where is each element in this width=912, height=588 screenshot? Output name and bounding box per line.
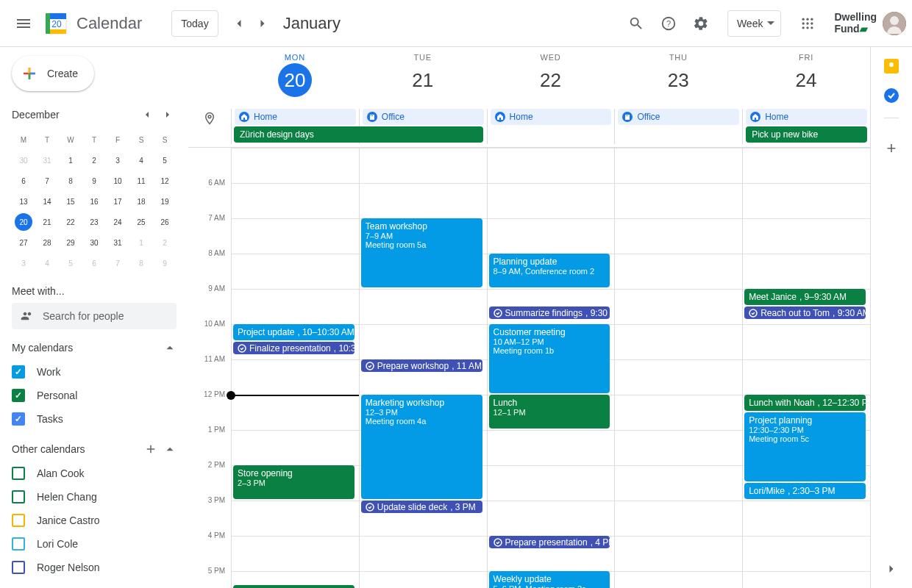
other-calendars-title[interactable]: Other calendars [12, 442, 177, 456]
calendar-item[interactable]: Work [12, 360, 177, 384]
calendar-event[interactable]: Project planning12:30–2:30 PMMeeting roo… [744, 412, 866, 481]
calendar-event[interactable]: Project update, 10–10:30 AM [233, 324, 355, 340]
view-selector[interactable]: Week [727, 10, 782, 37]
minical-day[interactable]: 16 [82, 191, 106, 212]
minical-day[interactable]: 29 [59, 232, 82, 253]
minical-day[interactable]: 26 [153, 212, 177, 232]
day-header[interactable]: MON20 [231, 47, 359, 109]
day-column[interactable]: Project update, 10–10:30 AMFinalize pres… [231, 148, 359, 588]
location-chip[interactable]: Office [618, 109, 739, 125]
next-period-button[interactable] [251, 12, 274, 35]
calendar-item[interactable]: Tasks [12, 407, 177, 431]
calendar-checkbox[interactable] [12, 467, 25, 480]
day-column[interactable]: Team workshop7–9 AMMeeting room 5aPrepar… [359, 148, 487, 588]
calendar-item[interactable]: Helen Chang [12, 485, 177, 509]
minical-day[interactable]: 10 [106, 171, 129, 191]
calendar-item[interactable]: Personal [12, 384, 177, 407]
allday-event[interactable]: Pick up new bike [746, 126, 867, 143]
minical-day[interactable]: 1 [59, 150, 82, 171]
minical-day[interactable]: 30 [82, 232, 106, 253]
day-column[interactable] [614, 148, 742, 588]
allday-cell[interactable]: HomePick up new bike [742, 109, 870, 144]
calendar-item[interactable]: Janice Castro [12, 509, 177, 532]
my-calendars-title[interactable]: My calendars [12, 341, 177, 354]
add-addon-button[interactable]: + [887, 139, 897, 158]
task-event[interactable]: Prepare presentation, 4 PM [489, 536, 610, 548]
minical-day[interactable]: 4 [35, 253, 59, 273]
calendar-event[interactable]: Marketing workshop12–3 PMMeeting room 4a [361, 395, 482, 499]
location-chip[interactable]: Home [235, 109, 356, 125]
minical-day[interactable]: 21 [35, 212, 59, 232]
minical-day[interactable]: 12 [153, 171, 177, 191]
calendar-event[interactable]: Meet Janice, 9–9:30 AM [744, 289, 866, 305]
calendar-event[interactable]: Customer meeting10 AM–12 PMMeeting room … [489, 324, 610, 393]
minical-day[interactable]: 18 [129, 191, 153, 212]
calendar-event[interactable]: Dinner with Gloria [233, 585, 355, 588]
minical-day[interactable]: 3 [12, 253, 35, 273]
settings-button[interactable] [686, 9, 716, 38]
calendar-event[interactable]: Lori/Mike, 2:30–3 PM [744, 483, 866, 499]
task-event[interactable]: Update slide deck, 3 PM [361, 501, 482, 513]
minical-day[interactable]: 11 [129, 171, 153, 191]
day-header[interactable]: FRI24 [742, 47, 870, 109]
minical-day[interactable]: 9 [82, 171, 106, 191]
minical-day[interactable]: 7 [35, 171, 59, 191]
calendar-event[interactable]: Lunch with Noah, 12–12:30 PM [744, 395, 866, 411]
location-chip[interactable]: Office [363, 109, 484, 125]
location-chip[interactable]: Home [491, 109, 612, 125]
minical-day[interactable]: 1 [129, 232, 153, 253]
minical-day[interactable]: 19 [153, 191, 177, 212]
add-calendar-icon[interactable] [144, 442, 157, 456]
minical-day[interactable]: 15 [59, 191, 82, 212]
minical-day[interactable]: 17 [106, 191, 129, 212]
minical-day[interactable]: 24 [106, 212, 129, 232]
calendar-checkbox[interactable] [12, 389, 25, 402]
day-header[interactable]: THU23 [614, 47, 742, 109]
calendar-checkbox[interactable] [12, 490, 25, 503]
task-event[interactable]: Summarize findings, 9:30 AM [489, 306, 610, 319]
account-avatar[interactable] [883, 12, 906, 35]
minical-day[interactable]: 9 [153, 253, 177, 273]
minical-day[interactable]: 28 [35, 232, 59, 253]
day-header[interactable]: WED22 [487, 47, 615, 109]
prev-period-button[interactable] [227, 12, 251, 35]
calendar-checkbox[interactable] [12, 561, 25, 574]
allday-cell[interactable]: Home [487, 109, 615, 144]
day-column[interactable]: Planning update8–9 AM, Conference room 2… [487, 148, 615, 588]
minical-day[interactable]: 4 [129, 150, 153, 171]
minical-day[interactable]: 27 [12, 232, 35, 253]
location-chip[interactable]: Home [746, 109, 867, 125]
allday-cell[interactable]: Office [614, 109, 742, 144]
minical-day[interactable]: 6 [12, 171, 35, 191]
create-button[interactable]: Create [12, 56, 94, 91]
day-header[interactable]: TUE21 [359, 47, 487, 109]
minical-day[interactable]: 31 [106, 232, 129, 253]
calendar-item[interactable]: Alan Cook [12, 462, 177, 485]
minical-day[interactable]: 20 [15, 213, 32, 231]
minical-day[interactable]: 25 [129, 212, 153, 232]
minical-day[interactable]: 7 [106, 253, 129, 273]
search-button[interactable] [621, 9, 651, 38]
help-button[interactable]: ? [654, 9, 683, 38]
minical-day[interactable]: 13 [12, 191, 35, 212]
day-column[interactable]: Meet Janice, 9–9:30 AMReach out to Tom, … [742, 148, 870, 588]
minical-day[interactable]: 30 [12, 150, 35, 171]
task-event[interactable]: Finalize presentation, 10:30 AM [233, 342, 355, 354]
minical-day[interactable]: 2 [153, 232, 177, 253]
minical-day[interactable]: 5 [59, 253, 82, 273]
allday-event-span[interactable]: Zürich design days [234, 126, 483, 143]
minical-day[interactable]: 23 [82, 212, 106, 232]
minical-day[interactable]: 14 [35, 191, 59, 212]
calendar-item[interactable]: Roger Nelson [12, 556, 177, 579]
minical-day[interactable]: 22 [59, 212, 82, 232]
minical-day[interactable]: 31 [35, 150, 59, 171]
today-button[interactable]: Today [171, 10, 218, 37]
calendar-event[interactable]: Weekly update5–6 PM, Meeting room 2c [489, 571, 610, 588]
keep-addon[interactable] [884, 59, 899, 74]
apps-button[interactable] [793, 9, 822, 38]
calendar-event[interactable]: Planning update8–9 AM, Conference room 2 [489, 254, 610, 287]
task-event[interactable]: Reach out to Tom, 9:30 AM [744, 306, 866, 319]
calendar-checkbox[interactable] [12, 514, 25, 527]
search-people-input[interactable]: Search for people [12, 303, 177, 329]
minical-day[interactable]: 8 [129, 253, 153, 273]
